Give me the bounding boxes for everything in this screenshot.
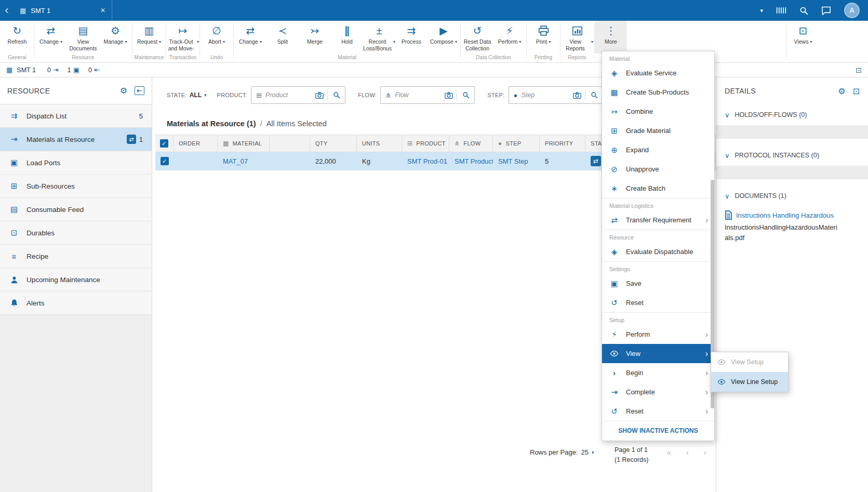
prev-page-button[interactable]: ‹ (686, 447, 689, 458)
more-button[interactable]: ⋮ More (595, 21, 627, 54)
tab-smt1[interactable]: ▦ SMT 1 ✕ (14, 0, 112, 21)
menu-item-view[interactable]: View › (602, 344, 714, 363)
split-button[interactable]: ≺ Split (266, 21, 299, 54)
sidebar-item-dispatch-list[interactable]: ⇉ Dispatch List 5 (0, 104, 152, 128)
sidebar-item-recipe[interactable]: ≡ Recipe (0, 245, 152, 268)
row-checkbox[interactable]: ✓ (161, 157, 169, 165)
refresh-button[interactable]: ↻ Refresh (1, 21, 33, 54)
collapse-panel-icon[interactable]: ⇤ (135, 86, 144, 95)
sidebar-item-materials-at-resource[interactable]: ⇥ Materials at Resource ⇄ 1 (0, 128, 152, 151)
menu-section-label: Settings (602, 262, 714, 274)
menu-item-perform[interactable]: ⚡ Perform › (602, 325, 714, 344)
show-inactive-actions-link[interactable]: SHOW INACTIVE ACTIONS (602, 421, 714, 441)
step-input[interactable] (521, 91, 569, 99)
column-qty[interactable]: QTY (310, 135, 357, 152)
menu-item-complete[interactable]: ⇥ Complete › (602, 382, 714, 402)
sync-icon: ⇄ (127, 135, 136, 144)
camera-icon[interactable] (573, 92, 581, 99)
sidebar-item-durables[interactable]: ⊡ Durables (0, 221, 152, 245)
search-icon[interactable] (589, 91, 599, 99)
counter-track-out[interactable]: 0 ⇤ (88, 66, 100, 74)
cell-step-link[interactable]: SMT Step (493, 152, 540, 170)
search-icon[interactable] (799, 6, 808, 15)
cell-material-link[interactable]: MAT_07 (218, 152, 270, 170)
menu-item-combine[interactable]: ↣ Combine (602, 102, 714, 121)
menu-item-save[interactable]: ▣ Save (602, 274, 714, 293)
perform-button[interactable]: ⚡ Perform▾ (493, 21, 526, 54)
abort-button[interactable]: ∅ Abort▾ (201, 21, 233, 54)
sidebar-item-sub-resources[interactable]: ⊞ Sub-Resources (0, 175, 152, 198)
product-input[interactable] (265, 91, 312, 99)
section-holds-off-flows[interactable]: ∨ HOLDS/OFF-FLOWS (0) (716, 104, 868, 125)
menu-item-evaluate-dispatchable[interactable]: ◈ Evaluate Dispatchable (602, 242, 714, 261)
document-link[interactable]: Instructions Handling Hazardous (725, 210, 868, 220)
sidebar-item-load-ports[interactable]: ▣ Load Ports (0, 151, 152, 175)
select-all-checkbox[interactable]: ✓ (160, 139, 168, 148)
request-button[interactable]: ▥ Request▾ (133, 21, 165, 54)
rows-per-page-control[interactable]: Rows per Page:25 ▾ (530, 448, 594, 456)
compose-button[interactable]: ▶ Compose▾ (428, 21, 460, 54)
counter-in-process[interactable]: 1 ▣ (68, 66, 79, 74)
sidebar-item-alerts[interactable]: Alerts (0, 291, 152, 315)
search-icon[interactable] (461, 91, 471, 99)
view-documents-button[interactable]: ▤ View Documents (67, 21, 99, 54)
menu-item-evaluate-service[interactable]: ◈ Evaluate Service (602, 63, 714, 83)
column-order[interactable]: ORDER (173, 135, 218, 152)
menu-item-reset-setup[interactable]: ↺ Reset › (602, 402, 714, 421)
views-button[interactable]: ⊡ Views▾ (787, 21, 819, 54)
column-material[interactable]: ▦MATERIAL (218, 135, 270, 152)
next-page-button[interactable]: › (703, 447, 706, 458)
counter-track-in[interactable]: 0 ⇥ (47, 66, 59, 74)
expand-panel-icon[interactable]: ⊡ (853, 86, 860, 96)
complete-icon: ⇥ (609, 388, 619, 397)
scanner-icon[interactable] (776, 6, 786, 15)
state-filter-value[interactable]: ALL (190, 91, 202, 99)
expand-panel-icon[interactable]: ⊡ (856, 66, 862, 74)
change-material-button[interactable]: ⇄ Change▾ (234, 21, 266, 54)
search-icon[interactable] (331, 91, 342, 99)
column-step[interactable]: ●STEP (493, 135, 540, 152)
print-button[interactable]: Print▾ (527, 21, 559, 54)
column-product[interactable]: ⊞PRODUCT (402, 135, 449, 152)
cell-flow-link[interactable]: SMT Productio (449, 152, 493, 170)
menu-item-unapprove[interactable]: ⊘ Unapprove (602, 159, 714, 179)
column-units[interactable]: UNITS (357, 135, 402, 152)
sidebar-item-upcoming-maintenance[interactable]: Upcoming Maintenance (0, 268, 152, 291)
chat-icon[interactable] (821, 6, 831, 15)
gear-icon[interactable]: ⚙ (120, 86, 127, 96)
hold-button[interactable]: ∥ Hold (331, 21, 363, 54)
first-page-button[interactable]: « (666, 447, 671, 458)
view-reports-button[interactable]: View Reports▾ (561, 21, 593, 54)
process-button[interactable]: ⇉ Process (395, 21, 428, 54)
camera-icon[interactable] (315, 92, 324, 99)
topbar-caret-icon[interactable]: ▾ (760, 7, 763, 14)
section-protocol-instances[interactable]: ∨ PROTOCOL INSTANCES (0) (716, 145, 868, 166)
column-flow[interactable]: ⋔FLOW (449, 135, 493, 152)
merge-button[interactable]: ↣ Merge (299, 21, 331, 54)
menu-item-expand[interactable]: ⊕ Expand (602, 140, 714, 159)
menu-item-create-batch[interactable]: ∗ Create Batch (602, 179, 714, 198)
menu-item-transfer-requirement[interactable]: ⇄ Transfer Requirement › (602, 210, 714, 230)
menu-item-grade-material[interactable]: ⊞ Grade Material (602, 121, 714, 140)
menu-section-setup: Setup ⚡ Perform › View › › Begin › ⇥ Com… (602, 312, 714, 421)
track-out-button[interactable]: ↦ Track-Out and Move-▾ (167, 21, 199, 54)
avatar[interactable]: A (844, 3, 860, 18)
cell-product-link[interactable]: SMT Prod-01 [ (402, 152, 449, 170)
back-chevron-icon[interactable]: ‹ (0, 0, 14, 21)
manage-button[interactable]: ⚙ Manage▾ (99, 21, 131, 54)
caret-down-icon[interactable]: ▾ (204, 92, 207, 98)
flow-input[interactable] (395, 91, 441, 99)
record-loss-bonus-button[interactable]: ± Record Loss/Bonus▾ (363, 21, 395, 54)
reset-data-collection-button[interactable]: ↺ Reset Data Collection (461, 21, 493, 54)
change-resource-button[interactable]: ⇄ Change▾ (35, 21, 67, 54)
gear-icon[interactable]: ⚙ (838, 86, 845, 96)
close-icon[interactable]: ✕ (100, 7, 105, 14)
menu-item-create-sub-products[interactable]: ▦ Create Sub-Products (602, 83, 714, 102)
column-priority[interactable]: PRIORITY (540, 135, 585, 152)
camera-icon[interactable] (445, 92, 453, 99)
section-documents[interactable]: ∨ DOCUMENTS (1) (716, 185, 868, 206)
submenu-item-view-line-setup[interactable]: View Line Setup (711, 372, 788, 392)
sidebar-item-consumable-feed[interactable]: ▤ Consumable Feed (0, 198, 152, 221)
menu-item-reset-settings[interactable]: ↺ Reset (602, 293, 714, 312)
menu-item-begin[interactable]: › Begin › (602, 363, 714, 382)
